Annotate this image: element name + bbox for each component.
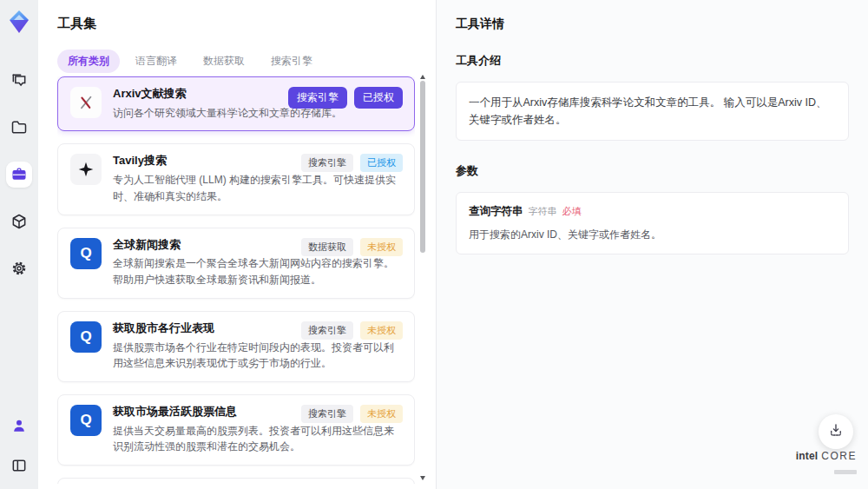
tab-category-3[interactable]: 搜索引擎 [260,50,323,73]
tool-badges: 搜索引擎已授权 [288,87,403,109]
tool-card-5[interactable]: 万维地区新闻查询查询具体行政区划内的新闻，快速了解各地新闻动搜索引擎未授权 [57,478,415,484]
intro-heading: 工具介绍 [456,53,849,69]
core-wordmark: CORE [821,450,857,462]
intel-wordmark: intel [796,450,819,462]
qnews-logo-icon: Q [70,405,102,436]
tools-panel: 工具集 所有类别语言翻译数据获取搜索引擎 Arxiv文献搜索访问各个研究领域大量… [38,0,436,489]
tool-description: 专为人工智能代理 (LLM) 构建的搜索引擎工具。可快速提供实时、准确和真实的结… [113,172,402,204]
params-heading: 参数 [456,163,849,179]
tool-description: 提供股票市场各个行业在特定时间段内的表现。投资者可以利用这些信息来识别表现优于或… [113,340,402,372]
tool-description: 提供当天交易量最高的股票列表。投资者可以利用这些信息来识别流动性强的股票和潜在的… [113,423,402,455]
tool-badges: 搜索引擎已授权 [301,154,403,172]
sidebar-item-models[interactable] [6,208,32,235]
sidebar [0,0,38,489]
gear-icon [10,260,28,277]
category-badge: 数据获取 [301,238,353,256]
tab-category-2[interactable]: 数据获取 [193,50,255,73]
tool-card-2[interactable]: Q全球新闻搜索全球新闻搜索是一个聚合全球各大新闻网站内容的搜索引擎。帮助用户快速… [57,228,415,299]
authorized-badge: 已授权 [354,87,403,109]
tool-badges: 搜索引擎未授权 [301,321,403,340]
arxiv-logo-icon [70,87,102,118]
tab-category-0[interactable]: 所有类别 [57,50,120,73]
scroll-down-arrow-icon[interactable] [420,476,425,480]
sidebar-item-files[interactable] [6,115,32,141]
download-button[interactable] [819,414,853,449]
download-icon [828,422,844,441]
param-type: 字符串 [529,205,557,218]
intro-card: 一个用于从Arxiv存储库搜索科学论文和文章的工具。 输入可以是Arxiv ID… [456,82,849,141]
unauthorized-badge: 未授权 [360,238,403,256]
tool-badges: 数据获取未授权 [301,238,403,256]
chat-icon [10,72,28,89]
category-badge: 搜索引擎 [301,154,353,172]
details-panel: 工具详情 工具介绍 一个用于从Arxiv存储库搜索科学论文和文章的工具。 输入可… [436,0,868,489]
sidebar-item-user[interactable] [6,413,32,439]
tool-card-4[interactable]: Q获取市场最活跃股票信息提供当天交易量最高的股票列表。投资者可以利用这些信息来识… [57,394,415,466]
list-scrollbar[interactable] [419,75,426,480]
param-name: 查询字符串 [469,204,523,219]
tool-badges: 搜索引擎未授权 [301,405,403,423]
sidebar-item-chat[interactable] [6,68,32,94]
panel-layout-icon [10,457,28,474]
param-description: 用于搜索的Arxiv ID、关键字或作者姓名。 [469,227,836,242]
category-badge: 搜索引擎 [301,321,353,340]
category-tabs: 所有类别语言翻译数据获取搜索引擎 [57,50,436,73]
tool-card-1[interactable]: Tavily搜索专为人工智能代理 (LLM) 构建的搜索引擎工具。可快速提供实时… [57,143,415,215]
app-window: 工具集 所有类别语言翻译数据获取搜索引擎 Arxiv文献搜索访问各个研究领域大量… [0,0,868,489]
unauthorized-badge: 未授权 [360,405,403,423]
unauthorized-badge: 未授权 [360,321,403,340]
app-logo-icon[interactable] [6,9,32,35]
qnews-logo-icon: Q [70,238,102,269]
category-badge: 搜索引擎 [301,405,353,423]
details-title: 工具详情 [456,17,849,32]
cube-icon [10,213,28,230]
intel-core-logo: intelCORE [796,447,857,478]
scroll-up-arrow-icon[interactable] [420,75,425,79]
authorized-badge: 已授权 [360,154,403,172]
sidebar-item-tools[interactable] [6,162,32,188]
page-title: 工具集 [57,16,436,32]
scrollbar-thumb[interactable] [420,81,425,253]
tab-category-1[interactable]: 语言翻译 [125,50,187,73]
folder-icon [10,119,28,136]
tools-list: Arxiv文献搜索访问各个研究领域大量科学论文和文章的存储库。搜索引擎已授权Ta… [57,76,415,484]
tool-card-3[interactable]: Q获取股市各行业表现提供股票市场各个行业在特定时间段内的表现。投资者可以利用这些… [57,311,415,382]
briefcase-icon [10,166,28,183]
tavily-star-icon [70,154,102,185]
category-badge: 搜索引擎 [288,87,347,109]
intro-text: 一个用于从Arxiv存储库搜索科学论文和文章的工具。 输入可以是Arxiv ID… [469,94,836,129]
sidebar-item-settings[interactable] [6,255,32,281]
sidebar-nav [6,68,32,281]
tool-card-0[interactable]: Arxiv文献搜索访问各个研究领域大量科学论文和文章的存储库。搜索引擎已授权 [57,76,415,131]
intel-sub-badge [834,470,857,474]
param-required-badge: 必填 [562,205,582,218]
param-card: 查询字符串 字符串 必填 用于搜索的Arxiv ID、关键字或作者姓名。 [456,192,849,254]
user-icon [10,417,28,434]
qnews-logo-icon: Q [70,321,102,353]
sidebar-collapse-toggle[interactable] [6,453,32,479]
tool-description: 全球新闻搜索是一个聚合全球各大新闻网站内容的搜索引擎。帮助用户快速获取全球最新资… [113,255,402,287]
